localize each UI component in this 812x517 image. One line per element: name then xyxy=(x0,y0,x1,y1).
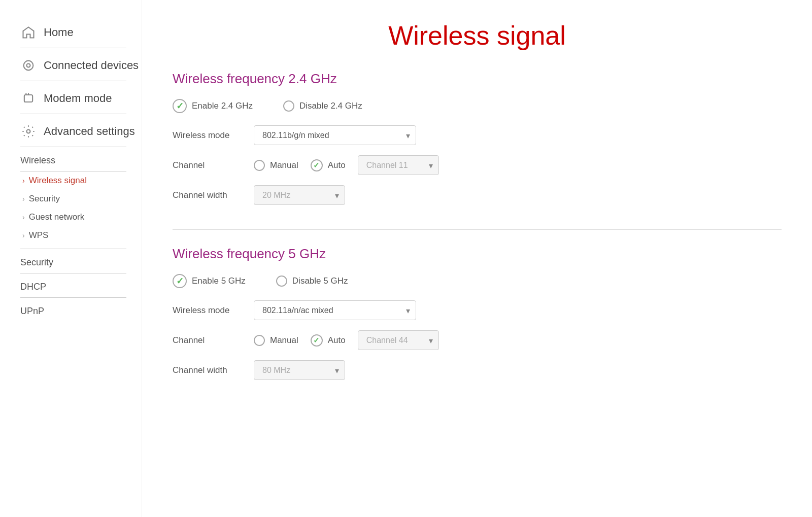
freq-24-enable-label: Enable 2.4 GHz xyxy=(192,101,253,111)
freq-5-channel-auto-option[interactable]: ✓ Auto xyxy=(311,334,346,347)
svg-point-5 xyxy=(27,130,30,133)
freq-24-width-wrapper: 20 MHz 40 MHz 20/40 MHz xyxy=(254,185,345,205)
freq-24-channel-options: Manual ✓ Auto Channel 11 Channel 1 Chann… xyxy=(254,155,439,175)
freq-5-mode-row: Wireless mode 802.11a/n/ac mixed 802.11a… xyxy=(173,300,782,320)
freq-5-width-label: Channel width xyxy=(173,365,244,375)
sidebar-modem-mode-label: Modem mode xyxy=(44,92,112,105)
security-label: Security xyxy=(29,194,60,204)
freq-24-width-select[interactable]: 20 MHz 40 MHz 20/40 MHz xyxy=(254,185,345,205)
svg-point-0 xyxy=(24,61,33,71)
main-content: Wireless signal Wireless frequency 2.4 G… xyxy=(142,0,812,517)
freq-5-disable-label: Disable 5 GHz xyxy=(292,276,348,286)
freq-24-channel-manual-label: Manual xyxy=(270,160,298,170)
freq-24-width-row: Channel width 20 MHz 40 MHz 20/40 MHz xyxy=(173,185,782,205)
sidebar-sub-security[interactable]: › Security xyxy=(20,190,142,208)
freq-5-enable-row: ✓ Enable 5 GHz Disable 5 GHz xyxy=(173,274,782,288)
modem-icon xyxy=(20,90,37,107)
upnp-section-label[interactable]: UPnP xyxy=(20,298,142,322)
freq-24-enable-option[interactable]: ✓ Enable 2.4 GHz xyxy=(173,99,253,113)
wireless-section-label: Wireless xyxy=(20,147,142,171)
home-icon xyxy=(20,24,37,41)
freq-5-section: Wireless frequency 5 GHz ✓ Enable 5 GHz … xyxy=(173,246,782,380)
freq-24-channel-manual-radio xyxy=(254,160,265,171)
freq-24-channel-wrapper: Channel 11 Channel 1 Channel 6 xyxy=(358,155,439,175)
freq-24-enable-check: ✓ xyxy=(173,99,187,113)
freq-5-channel-label: Channel xyxy=(173,335,244,346)
freq-24-width-label: Channel width xyxy=(173,190,244,200)
chevron-security: › xyxy=(22,195,25,203)
freq-24-disable-option[interactable]: Disable 2.4 GHz xyxy=(283,100,362,112)
freq-24-channel-auto-label: Auto xyxy=(328,160,346,170)
freq-5-channel-options: Manual ✓ Auto Channel 44 Channel 36 Chan… xyxy=(254,330,439,350)
freq-24-channel-row: Channel Manual ✓ Auto Channel 11 Channel… xyxy=(173,155,782,175)
freq-24-mode-select[interactable]: 802.11b/g/n mixed 802.11b only 802.11g o… xyxy=(254,125,416,145)
sidebar-item-connected-devices[interactable]: Connected devices xyxy=(20,48,142,81)
freq-5-disable-radio xyxy=(276,275,287,287)
chevron-guest-network: › xyxy=(22,213,25,221)
freq-5-channel-wrapper: Channel 44 Channel 36 Channel 40 Channel… xyxy=(358,330,439,350)
freq-24-disable-label: Disable 2.4 GHz xyxy=(299,101,362,111)
sidebar-item-home[interactable]: Home xyxy=(20,15,142,48)
freq-5-width-row: Channel width 80 MHz 20 MHz 40 MHz xyxy=(173,360,782,380)
freq-5-enable-check: ✓ xyxy=(173,274,187,288)
freq-24-title: Wireless frequency 2.4 GHz xyxy=(173,71,782,87)
sidebar-connected-devices-label: Connected devices xyxy=(44,59,139,72)
freq-5-channel-row: Channel Manual ✓ Auto Channel 44 Channel… xyxy=(173,330,782,350)
freq-5-enable-label: Enable 5 GHz xyxy=(192,276,246,286)
freq-5-channel-manual-option[interactable]: Manual xyxy=(254,335,298,346)
freq-24-channel-manual-option[interactable]: Manual xyxy=(254,160,298,171)
connected-devices-icon xyxy=(20,57,37,74)
sidebar-sub-guest-network[interactable]: › Guest network xyxy=(20,208,142,226)
freq-5-channel-manual-radio xyxy=(254,335,265,346)
freq-5-mode-wrapper: 802.11a/n/ac mixed 802.11a only 802.11n … xyxy=(254,300,416,320)
chevron-wireless-signal: › xyxy=(22,177,25,185)
security-section-label[interactable]: Security xyxy=(20,249,142,273)
freq-24-mode-row: Wireless mode 802.11b/g/n mixed 802.11b … xyxy=(173,125,782,145)
sidebar-item-advanced-settings[interactable]: Advanced settings xyxy=(20,114,142,147)
sidebar: Home Connected devices Modem mode Advanc… xyxy=(0,0,142,517)
freq-5-disable-option[interactable]: Disable 5 GHz xyxy=(276,275,348,287)
dhcp-section-label[interactable]: DHCP xyxy=(20,273,142,297)
freq-5-mode-select[interactable]: 802.11a/n/ac mixed 802.11a only 802.11n … xyxy=(254,300,416,320)
sidebar-item-modem-mode[interactable]: Modem mode xyxy=(20,81,142,114)
sidebar-home-label: Home xyxy=(44,26,74,39)
sidebar-sub-wps[interactable]: › WPS xyxy=(20,226,142,245)
freq-5-channel-manual-label: Manual xyxy=(270,335,298,346)
freq-24-mode-wrapper: 802.11b/g/n mixed 802.11b only 802.11g o… xyxy=(254,125,416,145)
freq-5-channel-auto-check: ✓ xyxy=(311,334,323,347)
freq-24-disable-radio xyxy=(283,100,294,112)
page-title: Wireless signal xyxy=(173,20,782,51)
freq-5-width-select[interactable]: 80 MHz 20 MHz 40 MHz xyxy=(254,360,345,380)
wireless-signal-label: Wireless signal xyxy=(29,176,87,186)
section-separator xyxy=(173,229,782,230)
freq-5-channel-select[interactable]: Channel 44 Channel 36 Channel 40 Channel… xyxy=(358,330,439,350)
guest-network-label: Guest network xyxy=(29,212,85,222)
svg-point-1 xyxy=(27,64,30,67)
freq-5-mode-label: Wireless mode xyxy=(173,305,244,316)
sidebar-sub-wireless-signal[interactable]: › Wireless signal xyxy=(20,171,142,190)
freq-5-title: Wireless frequency 5 GHz xyxy=(173,246,782,262)
svg-rect-2 xyxy=(24,95,32,102)
freq-24-enable-row: ✓ Enable 2.4 GHz Disable 2.4 GHz xyxy=(173,99,782,113)
freq-24-mode-label: Wireless mode xyxy=(173,130,244,141)
wps-label: WPS xyxy=(29,230,49,240)
freq-24-channel-auto-check: ✓ xyxy=(311,159,323,171)
chevron-wps: › xyxy=(22,231,25,239)
freq-5-width-wrapper: 80 MHz 20 MHz 40 MHz xyxy=(254,360,345,380)
freq-24-channel-label: Channel xyxy=(173,160,244,170)
freq-24-section: Wireless frequency 2.4 GHz ✓ Enable 2.4 … xyxy=(173,71,782,205)
freq-5-enable-option[interactable]: ✓ Enable 5 GHz xyxy=(173,274,246,288)
freq-24-channel-select[interactable]: Channel 11 Channel 1 Channel 6 xyxy=(358,155,439,175)
freq-5-channel-auto-label: Auto xyxy=(328,335,346,346)
gear-icon xyxy=(20,123,37,140)
sidebar-advanced-settings-label: Advanced settings xyxy=(44,125,135,138)
freq-24-channel-auto-option[interactable]: ✓ Auto xyxy=(311,159,346,171)
